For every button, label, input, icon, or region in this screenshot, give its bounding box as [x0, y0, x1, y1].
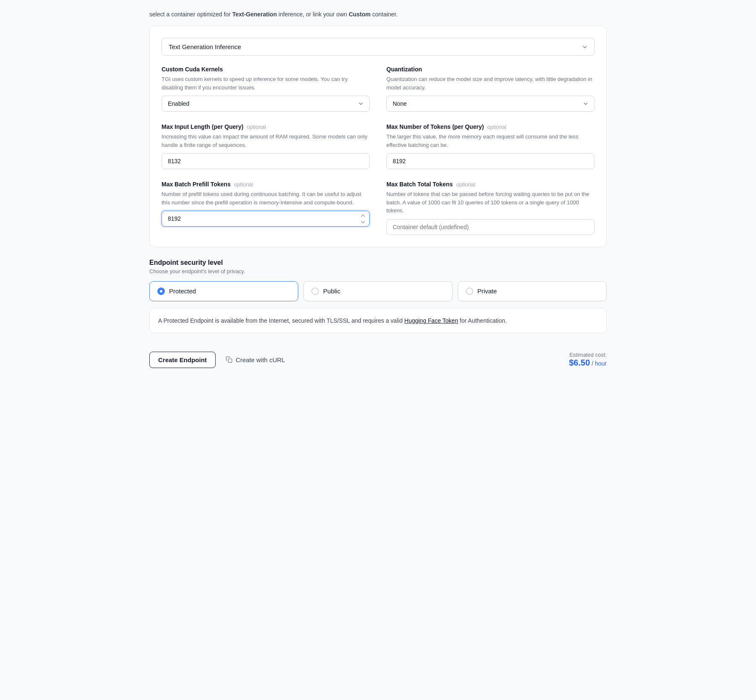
intro-text: select a container optimized for Text-Ge… [149, 10, 607, 19]
max-batch-total-desc: Number of tokens that can be passed befo… [386, 190, 594, 215]
copy-icon [226, 356, 232, 363]
max-batch-prefill-input[interactable] [162, 211, 370, 227]
create-endpoint-button[interactable]: Create Endpoint [149, 352, 216, 368]
radio-private [466, 287, 473, 295]
max-batch-prefill-group: Max Batch Prefill Tokens optional Number… [162, 181, 370, 235]
footer-left: Create Endpoint Create with cURL [149, 352, 285, 368]
security-option-protected[interactable]: Protected [149, 281, 298, 301]
security-option-private[interactable]: Private [458, 281, 607, 301]
footer-bar: Create Endpoint Create with cURL Estimat… [149, 343, 607, 370]
radio-protected [157, 287, 165, 295]
intro-bold1: Text-Generation [232, 11, 277, 18]
radio-public [311, 287, 319, 295]
max-batch-total-label: Max Batch Total Tokens optional [386, 181, 594, 188]
security-label-private: Private [477, 287, 497, 295]
max-input-length-label: Max Input Length (per Query) optional [162, 123, 370, 130]
hugging-face-token-link[interactable]: Hugging Face Token [404, 317, 458, 324]
security-info-box: A Protected Endpoint is available from t… [149, 308, 607, 333]
radio-dot-protected [160, 290, 162, 293]
max-tokens-query-input[interactable] [386, 153, 594, 169]
security-info-text-after: for Authentication. [458, 317, 507, 324]
footer-right: Estimated cost: $6.50 / hour [569, 352, 607, 368]
quantization-label: Quantization [386, 66, 594, 73]
quantization-group: Quantization Quantization can reduce the… [386, 66, 594, 112]
create-curl-button[interactable]: Create with cURL [226, 352, 285, 368]
fields-grid: Custom Cuda Kernels TGI uses custom kern… [162, 66, 594, 235]
quantization-desc: Quantization can reduce the model size a… [386, 75, 594, 91]
main-card: Text Generation InferenceCustom Custom C… [149, 26, 607, 247]
security-info-text-before: A Protected Endpoint is available from t… [158, 317, 404, 324]
cuda-kernels-label: Custom Cuda Kernels [162, 66, 370, 73]
estimated-label: Estimated cost: [569, 352, 607, 358]
cuda-kernels-desc: TGI uses custom kernels to speed up infe… [162, 75, 370, 91]
estimated-cost: $6.50 [569, 358, 590, 367]
cuda-kernels-group: Custom Cuda Kernels TGI uses custom kern… [162, 66, 370, 112]
security-option-public[interactable]: Public [303, 281, 452, 301]
max-batch-prefill-wrapper [162, 211, 370, 227]
spinner-down-button[interactable] [360, 219, 366, 225]
security-label-public: Public [323, 287, 340, 295]
max-input-length-group: Max Input Length (per Query) optional In… [162, 123, 370, 169]
spinner-up-button[interactable] [360, 213, 366, 219]
max-tokens-query-group: Max Number of Tokens (per Query) optiona… [386, 123, 594, 169]
max-batch-total-input[interactable] [386, 219, 594, 235]
intro-bold2: Custom [349, 11, 370, 18]
security-options: Protected Public Private [149, 281, 607, 301]
security-label-protected: Protected [169, 287, 196, 295]
max-batch-prefill-spinner [360, 213, 366, 225]
max-input-length-input[interactable] [162, 153, 370, 169]
cuda-kernels-select[interactable]: EnabledDisabled [162, 96, 370, 112]
max-batch-prefill-desc: Number of prefill tokens used during con… [162, 190, 370, 206]
max-tokens-query-label: Max Number of Tokens (per Query) optiona… [386, 123, 594, 130]
create-curl-label: Create with cURL [236, 356, 285, 363]
max-tokens-query-desc: The larger this value, the more memory e… [386, 133, 594, 149]
estimated-period: / hour [592, 360, 607, 367]
max-batch-prefill-label: Max Batch Prefill Tokens optional [162, 181, 370, 188]
container-type-select[interactable]: Text Generation InferenceCustom [162, 38, 594, 56]
security-desc: Choose your endpoint's level of privacy. [149, 268, 607, 274]
max-input-length-desc: Increasing this value can impact the amo… [162, 133, 370, 149]
security-title: Endpoint security level [149, 259, 607, 266]
max-batch-total-group: Max Batch Total Tokens optional Number o… [386, 181, 594, 235]
security-section: Endpoint security level Choose your endp… [149, 259, 607, 333]
quantization-select[interactable]: Nonebitsandbytesgptq [386, 96, 594, 112]
svg-rect-0 [228, 359, 232, 363]
